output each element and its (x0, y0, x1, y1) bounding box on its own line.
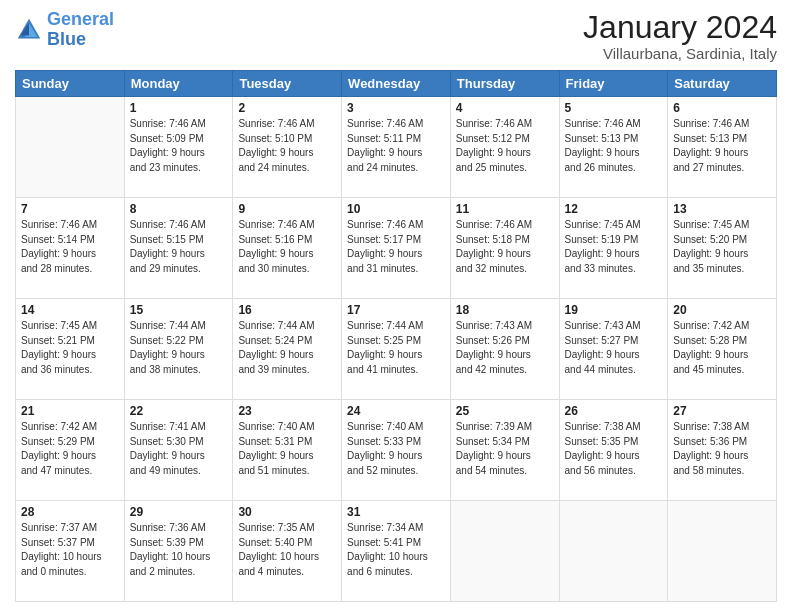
day-info: Sunrise: 7:46 AM Sunset: 5:16 PM Dayligh… (238, 218, 336, 276)
logo-text: General Blue (47, 10, 114, 50)
day-number: 28 (21, 505, 119, 519)
day-number: 21 (21, 404, 119, 418)
day-number: 26 (565, 404, 663, 418)
day-number: 3 (347, 101, 445, 115)
day-info: Sunrise: 7:44 AM Sunset: 5:22 PM Dayligh… (130, 319, 228, 377)
day-info: Sunrise: 7:45 AM Sunset: 5:20 PM Dayligh… (673, 218, 771, 276)
day-info: Sunrise: 7:46 AM Sunset: 5:13 PM Dayligh… (565, 117, 663, 175)
calendar-cell: 1Sunrise: 7:46 AM Sunset: 5:09 PM Daylig… (124, 97, 233, 198)
calendar-cell: 12Sunrise: 7:45 AM Sunset: 5:19 PM Dayli… (559, 198, 668, 299)
day-info: Sunrise: 7:39 AM Sunset: 5:34 PM Dayligh… (456, 420, 554, 478)
calendar-cell: 26Sunrise: 7:38 AM Sunset: 5:35 PM Dayli… (559, 400, 668, 501)
main-title: January 2024 (583, 10, 777, 45)
calendar-cell: 9Sunrise: 7:46 AM Sunset: 5:16 PM Daylig… (233, 198, 342, 299)
calendar-cell: 24Sunrise: 7:40 AM Sunset: 5:33 PM Dayli… (342, 400, 451, 501)
day-number: 22 (130, 404, 228, 418)
calendar-cell: 23Sunrise: 7:40 AM Sunset: 5:31 PM Dayli… (233, 400, 342, 501)
day-info: Sunrise: 7:46 AM Sunset: 5:12 PM Dayligh… (456, 117, 554, 175)
column-header-tuesday: Tuesday (233, 71, 342, 97)
day-number: 11 (456, 202, 554, 216)
day-number: 29 (130, 505, 228, 519)
calendar-cell: 21Sunrise: 7:42 AM Sunset: 5:29 PM Dayli… (16, 400, 125, 501)
day-info: Sunrise: 7:45 AM Sunset: 5:21 PM Dayligh… (21, 319, 119, 377)
calendar-cell (559, 501, 668, 602)
calendar-cell: 16Sunrise: 7:44 AM Sunset: 5:24 PM Dayli… (233, 299, 342, 400)
day-info: Sunrise: 7:38 AM Sunset: 5:36 PM Dayligh… (673, 420, 771, 478)
day-info: Sunrise: 7:41 AM Sunset: 5:30 PM Dayligh… (130, 420, 228, 478)
calendar-cell: 2Sunrise: 7:46 AM Sunset: 5:10 PM Daylig… (233, 97, 342, 198)
day-number: 16 (238, 303, 336, 317)
day-info: Sunrise: 7:42 AM Sunset: 5:28 PM Dayligh… (673, 319, 771, 377)
page: General Blue January 2024 Villaurbana, S… (0, 0, 792, 612)
day-info: Sunrise: 7:36 AM Sunset: 5:39 PM Dayligh… (130, 521, 228, 579)
day-info: Sunrise: 7:44 AM Sunset: 5:24 PM Dayligh… (238, 319, 336, 377)
day-number: 12 (565, 202, 663, 216)
day-info: Sunrise: 7:34 AM Sunset: 5:41 PM Dayligh… (347, 521, 445, 579)
calendar-cell: 20Sunrise: 7:42 AM Sunset: 5:28 PM Dayli… (668, 299, 777, 400)
calendar-cell: 6Sunrise: 7:46 AM Sunset: 5:13 PM Daylig… (668, 97, 777, 198)
calendar-cell: 4Sunrise: 7:46 AM Sunset: 5:12 PM Daylig… (450, 97, 559, 198)
calendar-cell: 31Sunrise: 7:34 AM Sunset: 5:41 PM Dayli… (342, 501, 451, 602)
day-info: Sunrise: 7:46 AM Sunset: 5:14 PM Dayligh… (21, 218, 119, 276)
day-number: 18 (456, 303, 554, 317)
column-header-monday: Monday (124, 71, 233, 97)
day-number: 25 (456, 404, 554, 418)
day-info: Sunrise: 7:40 AM Sunset: 5:31 PM Dayligh… (238, 420, 336, 478)
title-block: January 2024 Villaurbana, Sardinia, Ital… (583, 10, 777, 62)
calendar-cell (450, 501, 559, 602)
column-header-thursday: Thursday (450, 71, 559, 97)
day-number: 8 (130, 202, 228, 216)
column-header-saturday: Saturday (668, 71, 777, 97)
day-number: 19 (565, 303, 663, 317)
day-number: 9 (238, 202, 336, 216)
day-number: 14 (21, 303, 119, 317)
calendar-cell: 5Sunrise: 7:46 AM Sunset: 5:13 PM Daylig… (559, 97, 668, 198)
day-number: 2 (238, 101, 336, 115)
day-info: Sunrise: 7:46 AM Sunset: 5:09 PM Dayligh… (130, 117, 228, 175)
logo-icon (15, 16, 43, 44)
day-info: Sunrise: 7:46 AM Sunset: 5:17 PM Dayligh… (347, 218, 445, 276)
sub-title: Villaurbana, Sardinia, Italy (583, 45, 777, 62)
calendar-cell: 11Sunrise: 7:46 AM Sunset: 5:18 PM Dayli… (450, 198, 559, 299)
calendar-cell: 22Sunrise: 7:41 AM Sunset: 5:30 PM Dayli… (124, 400, 233, 501)
day-number: 23 (238, 404, 336, 418)
day-info: Sunrise: 7:38 AM Sunset: 5:35 PM Dayligh… (565, 420, 663, 478)
day-info: Sunrise: 7:44 AM Sunset: 5:25 PM Dayligh… (347, 319, 445, 377)
day-info: Sunrise: 7:42 AM Sunset: 5:29 PM Dayligh… (21, 420, 119, 478)
day-number: 31 (347, 505, 445, 519)
day-info: Sunrise: 7:46 AM Sunset: 5:18 PM Dayligh… (456, 218, 554, 276)
day-number: 1 (130, 101, 228, 115)
day-number: 24 (347, 404, 445, 418)
day-number: 20 (673, 303, 771, 317)
calendar-cell: 7Sunrise: 7:46 AM Sunset: 5:14 PM Daylig… (16, 198, 125, 299)
day-number: 13 (673, 202, 771, 216)
logo-line2: Blue (47, 29, 86, 49)
calendar-cell (16, 97, 125, 198)
column-header-friday: Friday (559, 71, 668, 97)
calendar-cell: 25Sunrise: 7:39 AM Sunset: 5:34 PM Dayli… (450, 400, 559, 501)
column-header-wednesday: Wednesday (342, 71, 451, 97)
day-number: 27 (673, 404, 771, 418)
calendar-cell: 18Sunrise: 7:43 AM Sunset: 5:26 PM Dayli… (450, 299, 559, 400)
calendar-cell: 8Sunrise: 7:46 AM Sunset: 5:15 PM Daylig… (124, 198, 233, 299)
calendar-cell: 13Sunrise: 7:45 AM Sunset: 5:20 PM Dayli… (668, 198, 777, 299)
day-number: 10 (347, 202, 445, 216)
day-number: 6 (673, 101, 771, 115)
day-number: 4 (456, 101, 554, 115)
calendar-cell: 19Sunrise: 7:43 AM Sunset: 5:27 PM Dayli… (559, 299, 668, 400)
calendar-cell: 3Sunrise: 7:46 AM Sunset: 5:11 PM Daylig… (342, 97, 451, 198)
day-info: Sunrise: 7:46 AM Sunset: 5:11 PM Dayligh… (347, 117, 445, 175)
logo-line1: General (47, 9, 114, 29)
day-info: Sunrise: 7:40 AM Sunset: 5:33 PM Dayligh… (347, 420, 445, 478)
calendar-table: SundayMondayTuesdayWednesdayThursdayFrid… (15, 70, 777, 602)
calendar-cell: 15Sunrise: 7:44 AM Sunset: 5:22 PM Dayli… (124, 299, 233, 400)
calendar-cell: 14Sunrise: 7:45 AM Sunset: 5:21 PM Dayli… (16, 299, 125, 400)
day-number: 7 (21, 202, 119, 216)
day-info: Sunrise: 7:43 AM Sunset: 5:26 PM Dayligh… (456, 319, 554, 377)
day-number: 5 (565, 101, 663, 115)
day-info: Sunrise: 7:46 AM Sunset: 5:10 PM Dayligh… (238, 117, 336, 175)
day-info: Sunrise: 7:35 AM Sunset: 5:40 PM Dayligh… (238, 521, 336, 579)
day-number: 30 (238, 505, 336, 519)
day-info: Sunrise: 7:46 AM Sunset: 5:13 PM Dayligh… (673, 117, 771, 175)
column-header-sunday: Sunday (16, 71, 125, 97)
